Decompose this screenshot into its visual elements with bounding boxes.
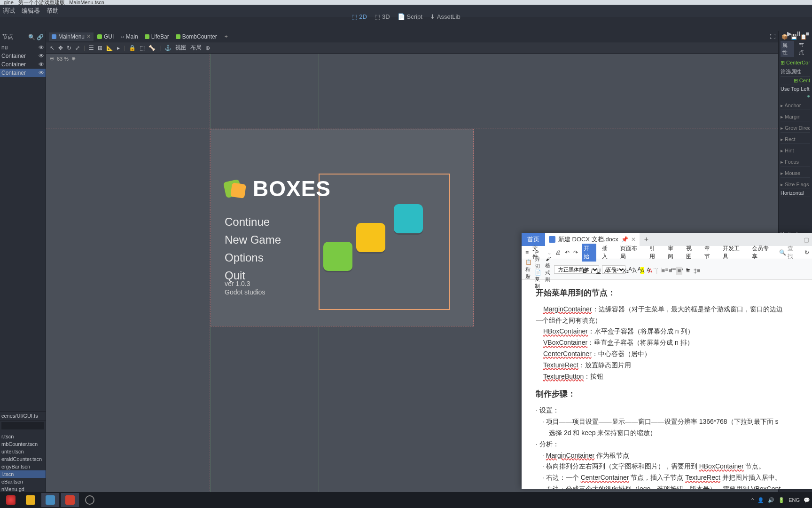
tray-ime[interactable]: ENG — [789, 497, 800, 503]
tray-volume-icon[interactable]: 🔊 — [768, 497, 774, 503]
section-grow[interactable]: ▸ Grow Direction — [781, 124, 810, 133]
search-icon[interactable]: 🔍 — [28, 34, 35, 40]
file-item[interactable]: mbCounter.tscn — [0, 440, 46, 448]
wps-search[interactable]: 🔍 查找 — [779, 245, 798, 261]
ribbon-review[interactable]: 审阅 — [666, 244, 680, 262]
taskbar-obs[interactable] — [81, 493, 99, 507]
scale-tool-icon[interactable]: ⤢ — [75, 45, 80, 51]
ribbon-member[interactable]: 会员专享 — [750, 244, 775, 262]
use-top-left-prop[interactable]: Use Top Left — [781, 85, 810, 93]
ribbon-dev[interactable]: 开发工具 — [721, 244, 746, 262]
scene-tab[interactable]: LifeBar — [142, 32, 172, 41]
ribbon-section[interactable]: 章节 — [703, 244, 717, 262]
scene-tab[interactable]: ○Main — [117, 32, 141, 41]
tray-notif-icon[interactable]: 💬 — [804, 497, 810, 503]
file-item-selected[interactable]: I.tscn — [0, 470, 46, 478]
tab-close-icon[interactable]: ✕ — [631, 236, 636, 243]
format-painter[interactable]: 🖌格式刷 — [545, 256, 552, 283]
ruler-icon[interactable]: 📐 — [106, 45, 113, 51]
ribbon-view[interactable]: 视图 — [684, 244, 699, 262]
snap-icon[interactable]: ⊞ — [98, 45, 102, 51]
bold-icon[interactable]: B — [583, 267, 587, 274]
scene-tab[interactable]: BombCounter — [173, 32, 220, 41]
section-rect[interactable]: ▸ Rect — [781, 135, 810, 144]
wps-window[interactable]: 首页 新建 DOCX 文档.docx 📌 ✕ + ▢ ≡ 文件 ⌄ 🖨 ↶ ↷ … — [522, 233, 812, 489]
taskbar-files[interactable] — [22, 493, 39, 507]
pause-icon[interactable]: ⏸ — [796, 30, 802, 37]
workspace-script[interactable]: 📄 Script — [398, 13, 422, 20]
ribbon-ref[interactable]: 引用 — [648, 244, 662, 262]
menu-help[interactable]: 帮助 — [47, 7, 59, 15]
paste-button[interactable]: 📋粘贴 — [525, 259, 532, 280]
align-left-icon[interactable]: ≡ — [661, 267, 665, 274]
stop-icon[interactable]: ■ — [805, 30, 809, 37]
list-icon[interactable]: ☰ — [89, 45, 94, 51]
wps-redo-icon[interactable]: ↷ — [573, 249, 578, 256]
group-icon[interactable]: ⬚ — [140, 45, 145, 51]
align-center-icon[interactable]: ≡ — [669, 267, 672, 274]
tab-pin-icon[interactable]: 📌 — [621, 236, 628, 243]
tool-icon[interactable]: ▸ — [117, 45, 120, 51]
wps-sync-icon[interactable]: ↻ — [804, 249, 809, 256]
close-icon[interactable]: ✕ — [86, 33, 91, 40]
highlight-icon[interactable]: A — [640, 267, 645, 274]
wps-window-controls[interactable]: ▢ — [804, 236, 812, 243]
link-icon[interactable]: 🔗 — [37, 34, 44, 40]
select-tool-icon[interactable]: ↖ — [50, 45, 55, 51]
view-btn[interactable]: 视图 — [175, 44, 187, 52]
tray-up-icon[interactable]: ^ — [751, 497, 754, 503]
prop-horizontal[interactable]: Horizontal — [781, 189, 810, 197]
lock-icon[interactable]: 🔒 — [129, 45, 136, 51]
section-mouse[interactable]: ▸ Mouse — [781, 169, 810, 178]
wps-save-icon[interactable]: 🖨 — [555, 249, 561, 256]
italic-icon[interactable]: I — [591, 267, 593, 274]
menu-debug[interactable]: 调试 — [3, 7, 15, 15]
ribbon-layout[interactable]: 页面布局 — [618, 244, 644, 262]
align-right-icon[interactable]: ≡ — [676, 267, 683, 275]
inspector-filter[interactable]: 筛选属性 — [781, 67, 810, 77]
taskbar-godot[interactable] — [41, 493, 59, 507]
scene-tree[interactable]: nu👁 Container👁 Container👁 Container👁 — [0, 43, 46, 77]
filesystem-search[interactable] — [1, 422, 44, 429]
fontcolor-icon[interactable]: A — [632, 267, 637, 274]
file-item[interactable]: eBar.tscn — [0, 478, 46, 485]
taskbar-wps[interactable] — [61, 493, 79, 507]
strike-icon[interactable]: A̶ — [604, 267, 609, 274]
file-item[interactable]: unter.tscn — [0, 448, 46, 455]
add-tab-icon[interactable]: + — [221, 33, 232, 40]
workspace-2d[interactable]: ⬚ 2D — [351, 13, 367, 20]
tray-battery-icon[interactable]: 🔋 — [778, 497, 785, 503]
section-hint[interactable]: ▸ Hint — [781, 147, 810, 155]
workspace-3d[interactable]: ⬚ 3D — [375, 13, 390, 20]
wps-menu-icon[interactable]: ≡ — [525, 249, 529, 256]
wps-new-tab[interactable]: + — [640, 235, 653, 244]
section-anchor[interactable]: ▸ Anchor — [781, 102, 810, 110]
super-icon[interactable]: X² — [612, 267, 618, 274]
line-spacing-icon[interactable]: ‡≡ — [694, 267, 701, 274]
anchor-preset-icon[interactable]: ⊕ — [205, 45, 210, 51]
zoom-out-icon[interactable]: ⊖ — [50, 56, 54, 62]
inspector-tab-properties[interactable]: 属性 — [781, 41, 794, 57]
wps-document[interactable]: 开始菜单用到的节点： MarginContainer：边缘容器（对于主菜单，最大… — [522, 280, 812, 489]
fontcolor2-icon[interactable]: A — [648, 267, 652, 274]
inspector-tab-nodes[interactable]: 节点 — [797, 41, 811, 57]
workspace-assetlib[interactable]: ⬇ AssetLib — [430, 13, 461, 20]
align-justify-icon[interactable]: ≡ — [686, 267, 690, 274]
ribbon-insert[interactable]: 插入 — [600, 244, 615, 262]
selected-node[interactable]: Container👁 — [0, 69, 46, 77]
expand-icon[interactable]: ⛶ — [770, 33, 778, 40]
scene-tab-mainmenu[interactable]: MainMenu✕ — [49, 32, 94, 41]
section-margin[interactable]: ▸ Margin — [781, 113, 810, 121]
scene-tab[interactable]: GUI — [94, 32, 117, 41]
anchor-icon[interactable]: ⚓ — [164, 45, 172, 51]
wps-undo-icon[interactable]: ↶ — [565, 249, 570, 256]
zoom-in-icon[interactable]: ⊕ — [71, 56, 76, 62]
file-item[interactable]: eraldCounter.tscn — [0, 455, 46, 463]
bone-icon[interactable]: 🦴 — [148, 45, 156, 51]
ribbon-start[interactable]: 开始 — [582, 244, 596, 262]
sub-icon[interactable]: X₂ — [622, 267, 629, 274]
move-tool-icon[interactable]: ✥ — [58, 45, 63, 51]
underline-icon[interactable]: U — [596, 267, 601, 274]
section-sizeflags[interactable]: ▸ Size Flags — [781, 181, 810, 189]
rotate-tool-icon[interactable]: ↻ — [67, 45, 71, 51]
